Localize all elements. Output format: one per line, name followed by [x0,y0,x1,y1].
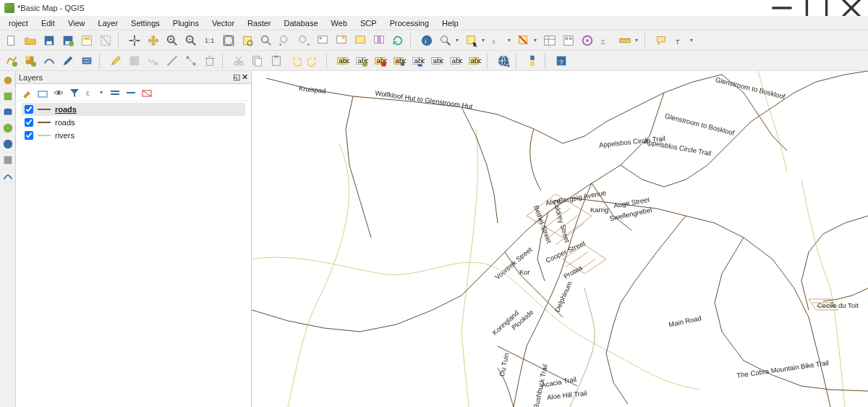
menu-settings[interactable]: Settings [125,17,166,29]
edit-button[interactable] [59,52,77,70]
layer-filter-icon[interactable] [68,86,81,99]
menu-view[interactable]: View [62,17,91,29]
menu-edit[interactable]: Edit [35,17,61,29]
save-edits-button[interactable] [126,52,143,70]
label-block-button[interactable]: abc [372,52,389,70]
annotation-dropdown-icon[interactable]: ▾ [690,37,696,43]
add-vector-button[interactable] [3,52,20,70]
dock-vector-icon[interactable] [1,74,14,87]
menu-roject[interactable]: roject [3,17,34,29]
deselect-button[interactable] [515,32,532,49]
select-dropdown-icon[interactable]: ▾ [456,37,461,43]
add-feature-button[interactable] [145,52,162,70]
zoom-out-button[interactable] [182,32,200,49]
layer-visibility-icon[interactable] [52,86,65,99]
zoom-full-button[interactable] [220,32,237,49]
label-rule-button[interactable]: abc [353,52,370,70]
save-button[interactable] [41,32,58,49]
python-console-button[interactable] [524,52,541,70]
layer-item-1[interactable]: roads [22,116,245,129]
label-move-button[interactable]: abc [428,52,446,70]
dock-path-icon[interactable] [1,169,14,182]
refresh-button[interactable] [389,32,407,49]
layer-item-0[interactable]: roads [22,103,245,116]
save-as-button[interactable] [59,32,77,49]
menu-scp[interactable]: SCP [354,17,383,29]
menu-database[interactable]: Database [278,17,323,29]
label-layer-button[interactable]: abc [334,52,352,70]
maximize-button[interactable] [804,1,829,15]
new-project-button[interactable] [3,32,20,49]
measure-button[interactable] [616,32,634,49]
pan-button[interactable] [126,32,143,49]
layer-style-icon[interactable] [20,86,33,99]
move-feature-button[interactable] [163,52,181,70]
show-bookmarks-button[interactable] [370,32,388,49]
menu-vector[interactable]: Vector [206,17,240,29]
select-expr-dropdown-icon[interactable]: ▾ [508,37,514,43]
menu-web[interactable]: Web [326,17,353,29]
menu-layer[interactable]: Layer [93,17,124,29]
deselect-dropdown-icon[interactable]: ▾ [534,37,540,43]
layer-add-group-icon[interactable] [36,86,49,99]
layer-expand-icon[interactable] [109,86,122,99]
paste-button[interactable] [268,52,285,70]
label-rotate-button[interactable]: abc [447,52,464,70]
new-vector-button[interactable] [41,52,58,70]
zoom-native-button[interactable]: 1:1 [201,32,218,49]
layer-expr-dropdown[interactable]: ▾ [100,89,106,96]
menu-help[interactable]: Help [436,17,464,29]
map-canvas[interactable]: KruispadWolfkloof Hut to Glenstroom HutG… [252,71,868,407]
menu-raster[interactable]: Raster [242,17,276,29]
zoom-next-button[interactable] [295,32,312,49]
measure-dropdown-icon[interactable]: ▾ [635,37,641,43]
layer-checkbox[interactable] [25,131,33,140]
pan-selection-button[interactable] [145,32,162,49]
metasearch-button[interactable] [495,52,512,70]
text-annotation-button[interactable]: T [671,32,689,49]
map-tips-button[interactable] [652,32,670,49]
panel-undock-icon[interactable]: ◱ [233,72,240,82]
menu-processing[interactable]: Processing [384,17,435,29]
undo-button[interactable] [286,52,304,70]
dock-db-icon[interactable] [1,106,14,119]
statistics-button[interactable]: Σ [597,32,615,49]
node-tool-button[interactable] [182,52,200,70]
toggle-editing-button[interactable] [107,52,124,70]
dock-wms-icon[interactable] [1,122,14,135]
dock-wfs-icon[interactable] [1,138,14,151]
add-raster-button[interactable] [22,52,39,70]
layout-manager-button[interactable] [78,32,95,49]
select-rect-button[interactable] [463,32,480,49]
layer-collapse-icon[interactable] [124,86,137,99]
minimize-button[interactable] [770,1,794,15]
zoom-last-button[interactable] [276,32,294,49]
menu-plugins[interactable]: Plugins [167,17,205,29]
layer-checkbox[interactable] [25,118,33,127]
close-button[interactable] [839,1,864,15]
new-map-view-button[interactable] [314,32,331,49]
select-expr-button[interactable]: ε [489,32,506,49]
select-button[interactable] [437,32,454,49]
new-bookmark-button[interactable] [333,32,350,49]
attribute-table-button[interactable] [541,32,558,49]
panel-close-icon[interactable]: ✕ [242,72,248,82]
select-rect-dropdown-icon[interactable]: ▾ [482,37,488,43]
layer-remove-icon[interactable] [140,86,153,99]
style-manager-button[interactable] [97,32,114,49]
redo-button[interactable] [305,52,323,70]
layer-expr-icon[interactable]: ε [84,86,97,99]
label-change-button[interactable]: abc [466,52,483,70]
layer-checkbox[interactable] [25,105,33,114]
label-show-button[interactable]: abc [409,52,427,70]
field-calc-button[interactable] [560,32,577,49]
cut-button[interactable] [230,52,247,70]
help-button[interactable]: ? [553,52,570,70]
zoom-selection-button[interactable] [239,32,256,49]
raster-calc-button[interactable] [78,52,95,70]
dock-add-icon[interactable] [1,90,14,103]
zoom-in-button[interactable] [163,32,181,49]
processing-toolbox-button[interactable] [579,32,596,49]
dock-more-icon[interactable] [1,154,14,167]
copy-button[interactable] [249,52,266,70]
